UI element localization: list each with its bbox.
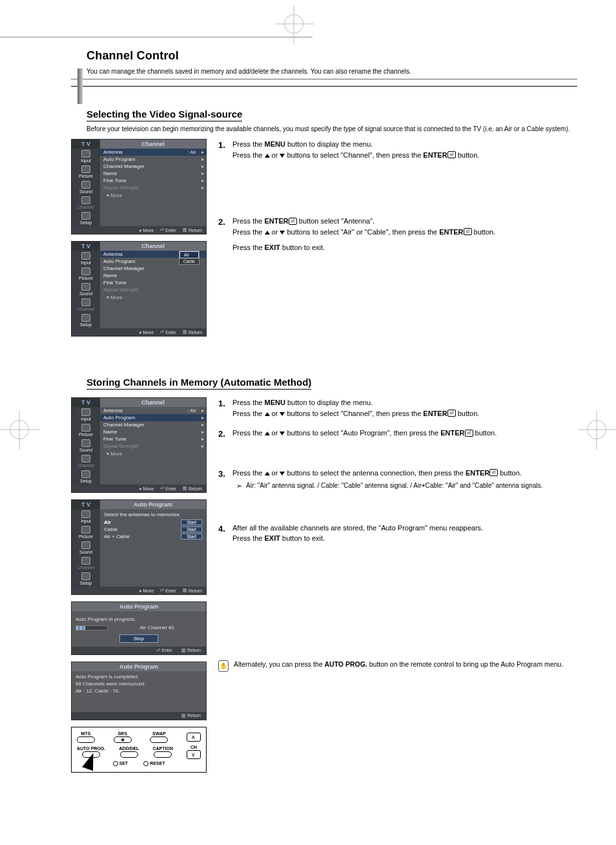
enter-icon: ⏎ [447, 151, 456, 158]
up-icon [265, 154, 270, 158]
osd-sidebar: Input Picture Sound Channel Setup [72, 149, 100, 226]
osd-channel-autoselect: T VChannel Input Picture Sound Channel S… [71, 397, 207, 493]
osd-autoprog-select: T VAuto Program Input Picture Sound Chan… [71, 499, 207, 595]
ch-down-button[interactable]: ∨ [187, 750, 201, 759]
remote-tip-icon: ✋ [218, 660, 229, 672]
page-title: Channel Control [87, 49, 577, 63]
osd-main: Antenna: Air▸ Auto Program▸ Channel Mana… [100, 149, 206, 226]
remote-control-snippet: MTS SRS◉ SWAP ∧ AUTO PROG. ADD/DEL CAPTI… [71, 727, 207, 773]
tip-row: ✋ Alternately, you can press the AUTO PR… [218, 660, 577, 672]
step-b4: 4. After all the available channels are … [218, 523, 577, 544]
osd-antenna-dropdown: T VChannel Input Picture Sound Channel S… [71, 241, 207, 337]
page-note: You can manage the channels saved in mem… [87, 68, 577, 75]
step-b1: 1. Press the MENU button to display the … [218, 397, 577, 419]
top-rule [0, 37, 313, 37]
section-divider [71, 86, 577, 87]
subhead-note: Before your television can begin memoriz… [87, 125, 577, 132]
section-side-bar [77, 68, 83, 104]
note-text: Air: "Air" antenna signal. / Cable: "Cab… [246, 481, 543, 492]
osd-autoprog-progress: Auto Program Auto Program in progress. A… [71, 601, 207, 655]
enter-icon: ⏎ [289, 218, 297, 225]
step-a2: 2. Press the ENTER⏎ button select "Anten… [218, 216, 577, 253]
step-b2: 2. Press the or buttons to select "Auto … [218, 428, 577, 441]
osd-title: Channel [100, 140, 206, 149]
progress-bar [76, 625, 108, 631]
crop-mark-top [284, 14, 303, 34]
step-b3: 3. Press the or buttons to select the an… [218, 468, 577, 492]
stop-button[interactable]: Stop [119, 634, 158, 643]
subhead-auto-method: Storing Channels in Memory (Automatic Me… [87, 377, 311, 390]
ch-up-button[interactable]: ∧ [187, 733, 201, 742]
step-a1: 1. Press the MENU button to display the … [218, 139, 577, 160]
start-button[interactable]: Start [181, 519, 202, 525]
subhead-signal-source: Selecting the Video Signal-source [87, 109, 242, 121]
osd-channel-menu: T VChannel Input Picture Sound Channel S… [71, 139, 207, 235]
osd-tv-label: T V [72, 140, 100, 149]
title-underline [71, 79, 577, 79]
osd-autoprog-complete: Auto Program Auto Program is completed. … [71, 662, 207, 720]
note-icon: ➣ [236, 481, 242, 492]
